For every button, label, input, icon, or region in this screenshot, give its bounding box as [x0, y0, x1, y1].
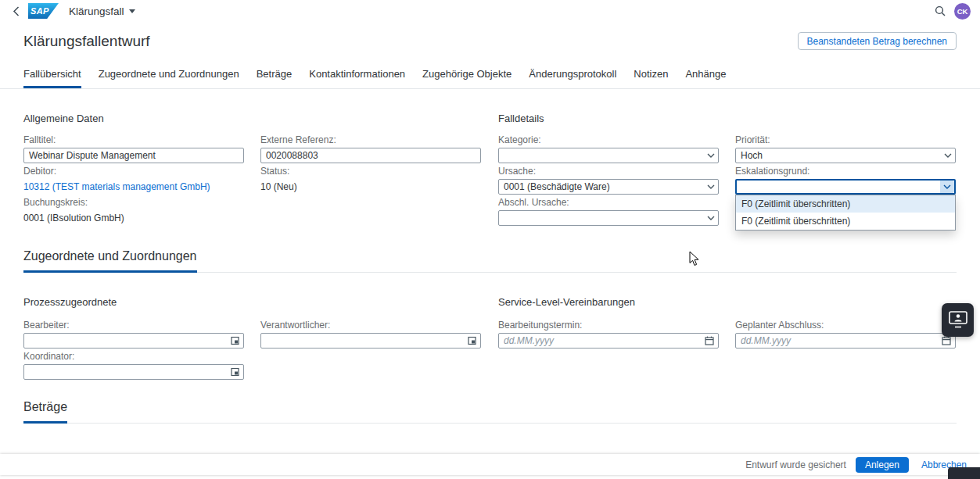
status-value: 10 (Neu) [260, 179, 481, 195]
app-title: Klärungsfall [69, 5, 124, 17]
field-ursache: Ursache: [498, 166, 719, 195]
zugeordnete-section-title: Zugeordnete und Zuordnungen [23, 249, 197, 273]
falltitel-label: Falltitel: [23, 134, 244, 145]
prozesszugeordnete-heading: Prozesszugeordnete [23, 296, 482, 308]
subsection-prozesszugeordnete: Prozesszugeordnete Bearbeiter: Verantwor… [23, 296, 482, 380]
koordinator-input[interactable] [23, 364, 244, 380]
geplanter-abschluss-input-wrap [735, 333, 956, 349]
eskalationsgrund-label: Eskalationsgrund: [735, 166, 956, 177]
tab-zugeordnete-und-zuordnungen[interactable]: Zugeordnete und Zuordnungen [99, 63, 239, 88]
calendar-icon[interactable] [942, 336, 951, 345]
assistant-widget[interactable] [942, 303, 974, 337]
tab-anhaenge[interactable]: Anhänge [685, 63, 726, 88]
field-koordinator: Koordinator: [23, 351, 244, 380]
search-icon [935, 5, 946, 16]
value-help-icon[interactable] [468, 337, 476, 345]
tab-notizen[interactable]: Notizen [634, 63, 668, 88]
eskalationsgrund-select[interactable] [735, 179, 956, 195]
chevron-down-icon [129, 9, 135, 13]
tab-zugehoerige-objekte[interactable]: Zugehörige Objekte [422, 63, 512, 88]
page-title: Klärungsfallentwurf [23, 33, 150, 50]
calendar-icon[interactable] [705, 336, 714, 345]
buchungskreis-value: 0001 (IBsolution GmbH) [23, 210, 244, 226]
debitor-link[interactable]: 10312 (TEST materials management GmbH) [23, 179, 244, 195]
tab-aenderungsprotokoll[interactable]: Änderungsprotokoll [529, 63, 616, 88]
ursache-label: Ursache: [498, 166, 719, 177]
prozesszugeordnete-fields: Bearbeiter: Verantwortlicher: [23, 320, 482, 380]
sap-logo: SAP [28, 3, 59, 19]
tab-bar: Fallübersicht Zugeordnete und Zuordnunge… [0, 63, 980, 89]
bearbeiter-input-wrap [23, 333, 244, 349]
geplanter-abschluss-label: Geplanter Abschluss: [735, 320, 956, 331]
back-button[interactable] [11, 5, 21, 18]
dropdown-option[interactable]: F0 (Zeitlimit überschritten) [736, 195, 955, 213]
kategorie-label: Kategorie: [498, 134, 719, 145]
calculate-disputed-amount-button[interactable]: Beanstandeten Betrag berechnen [798, 32, 957, 50]
bearbeiter-label: Bearbeiter: [23, 320, 244, 331]
falltitel-input[interactable] [23, 148, 244, 163]
geplanter-abschluss-input[interactable] [735, 333, 956, 349]
field-prioritaet: Priorität: [735, 134, 956, 163]
bearbeitungstermin-input[interactable] [498, 333, 719, 349]
ursache-value[interactable] [498, 179, 719, 195]
value-help-icon[interactable] [231, 368, 239, 377]
field-abschl-ursache: Abschl. Ursache: [498, 197, 719, 226]
abschl-ursache-select[interactable] [498, 210, 719, 226]
kategorie-value[interactable] [498, 148, 719, 163]
externe-referenz-input[interactable] [260, 148, 481, 163]
dropdown-option[interactable]: F0 (Zeitlimit überschritten) [736, 213, 955, 230]
shell-bar: SAP Klärungsfall CK [0, 0, 980, 22]
avatar[interactable]: CK [954, 3, 971, 20]
anlegen-button[interactable]: Anlegen [856, 457, 909, 473]
buchungskreis-label: Buchungskreis: [23, 197, 244, 208]
section-divider [23, 423, 957, 424]
verantwortlicher-input-wrap [260, 333, 481, 349]
kategorie-select[interactable] [498, 148, 719, 163]
prioritaet-select[interactable] [735, 148, 956, 163]
section-allgemeine-daten: Allgemeine Daten Falltitel: Externe Refe… [23, 113, 482, 226]
falldetails-fields: Kategorie: Priorität: [498, 134, 957, 226]
field-externe-referenz: Externe Referenz: [260, 134, 481, 163]
allgemeine-daten-heading: Allgemeine Daten [23, 113, 482, 124]
section-betraege: Beträge [23, 400, 957, 424]
value-help-icon[interactable] [231, 337, 239, 345]
betraege-section-title: Beträge [23, 400, 67, 424]
chevron-down-icon [703, 180, 718, 194]
status-label: Status: [260, 166, 481, 177]
field-status: Status: 10 (Neu) [260, 166, 481, 195]
service-level-fields: Bearbeitungstermin: Geplanter Abschluss: [498, 320, 957, 349]
abschl-ursache-value[interactable] [498, 210, 719, 226]
chevron-down-icon [703, 211, 718, 225]
debitor-label: Debitor: [23, 166, 244, 177]
falldetails-heading: Falldetails [498, 113, 957, 124]
tab-falluebersicht[interactable]: Fallübersicht [23, 63, 81, 88]
page-header: Klärungsfallentwurf Beanstandeten Betrag… [0, 22, 980, 50]
field-falltitel: Falltitel: [23, 134, 244, 163]
abschl-ursache-label: Abschl. Ursache: [498, 197, 719, 208]
prioritaet-value[interactable] [735, 148, 956, 163]
ursache-select[interactable] [498, 179, 719, 195]
verantwortlicher-input[interactable] [260, 333, 481, 349]
section-zugeordnete-und-zuordnungen: Zugeordnete und Zuordnungen [23, 249, 957, 273]
draft-status-text: Entwurf wurde gesichert [745, 459, 846, 470]
tab-kontaktinformationen[interactable]: Kontaktinformationen [309, 63, 405, 88]
footer-bar: Entwurf wurde gesichert Anlegen Abbreche… [0, 454, 980, 475]
field-kategorie: Kategorie: [498, 134, 719, 163]
section-falldetails: Falldetails Kategorie: Priorität: [498, 113, 957, 226]
screen-share-icon [949, 311, 967, 329]
eskalationsgrund-value[interactable] [735, 179, 956, 195]
overview-columns: Allgemeine Daten Falltitel: Externe Refe… [23, 113, 957, 226]
field-bearbeitungstermin: Bearbeitungstermin: [498, 320, 719, 349]
search-button[interactable] [933, 4, 947, 18]
bearbeitungstermin-input-wrap [498, 333, 719, 349]
back-arrow-icon [13, 6, 20, 16]
page-content: Allgemeine Daten Falltitel: Externe Refe… [0, 113, 980, 424]
app-title-button[interactable]: Klärungsfall [69, 5, 135, 17]
allgemeine-daten-fields: Falltitel: Externe Referenz: Debitor: 10… [23, 134, 482, 226]
bearbeitungstermin-label: Bearbeitungstermin: [498, 320, 719, 331]
koordinator-input-wrap [23, 364, 244, 380]
bearbeiter-input[interactable] [23, 333, 244, 349]
tab-betraege[interactable]: Beträge [257, 63, 293, 88]
avatar-initials: CK [957, 7, 968, 16]
field-buchungskreis: Buchungskreis: 0001 (IBsolution GmbH) [23, 197, 244, 226]
